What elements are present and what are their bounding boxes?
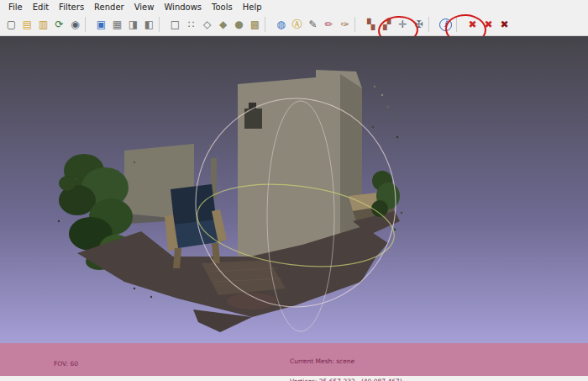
new-project-icon[interactable]: ▢ bbox=[4, 17, 18, 32]
measure-tool-icon[interactable]: ✎ bbox=[306, 17, 320, 32]
menu-item-help[interactable]: Help bbox=[238, 2, 267, 13]
delete-rasters-icon[interactable]: ✖ bbox=[497, 17, 512, 32]
toolbar-separator bbox=[85, 17, 92, 32]
menu-item-edit[interactable]: Edit bbox=[28, 2, 54, 13]
align-tool-icon[interactable]: ✠ bbox=[412, 17, 426, 32]
3d-viewport[interactable] bbox=[0, 36, 588, 343]
toolbar-separator bbox=[428, 17, 435, 32]
save-project-icon[interactable]: ▥ bbox=[36, 17, 50, 32]
toolbar-icons: ▢▤▥⟳◉▣▦◨◧□∷◇◆●▩◍Ⓐ✎✏✑▚▞✛✠i✖✖✖ bbox=[3, 17, 512, 32]
paint-tool-icon[interactable]: ✏ bbox=[322, 17, 336, 32]
toolbar-separator bbox=[354, 17, 361, 32]
toolbar: ▢▤▥⟳◉▣▦◨◧□∷◇◆●▩◍Ⓐ✎✏✑▚▞✛✠i✖✖✖ bbox=[0, 13, 588, 36]
toolbar-separator bbox=[456, 17, 463, 32]
wireframe-render-mode-icon[interactable]: ◇ bbox=[200, 17, 214, 32]
status-left-block: FOV: 60 FPS: 0.9 IMMEDIATE_MODE_RENDERIN… bbox=[54, 347, 152, 381]
layer-info-icon[interactable]: i bbox=[439, 19, 452, 31]
toolbar-separator bbox=[159, 17, 165, 32]
menu-item-filters[interactable]: Filters bbox=[54, 2, 89, 13]
menu-item-render[interactable]: Render bbox=[89, 2, 129, 13]
show-rasters-icon[interactable]: ▦ bbox=[110, 17, 124, 32]
select-faces-icon[interactable]: ▞ bbox=[380, 17, 394, 32]
bbox-render-mode-icon[interactable]: □ bbox=[168, 17, 182, 32]
status-fov: FOV: 60 bbox=[54, 361, 152, 368]
letter-a-decoration-icon[interactable]: Ⓐ bbox=[290, 17, 304, 32]
fill-tool-icon[interactable]: ✑ bbox=[338, 17, 352, 32]
texture-render-mode-icon[interactable]: ▩ bbox=[248, 17, 262, 32]
menu-bar: FileEditFiltersRenderViewWindowsToolsHel… bbox=[0, 0, 588, 13]
delete-current-mesh-icon[interactable]: ✖ bbox=[465, 17, 480, 32]
reload-mesh-icon[interactable]: ⟳ bbox=[52, 17, 66, 32]
unsplit-view-icon[interactable]: ◧ bbox=[142, 17, 156, 32]
menu-item-view[interactable]: View bbox=[129, 2, 160, 13]
toolbar-separator bbox=[265, 17, 271, 32]
select-vertices-icon[interactable]: ▚ bbox=[364, 17, 378, 32]
delete-all-meshes-icon[interactable]: ✖ bbox=[481, 17, 496, 32]
menu-item-windows[interactable]: Windows bbox=[159, 2, 207, 13]
globe-decoration-icon[interactable]: ◍ bbox=[274, 17, 288, 32]
status-right-block: Current Mesh: scene Vertices: 25,657,232… bbox=[290, 345, 402, 381]
menu-item-tools[interactable]: Tools bbox=[207, 2, 238, 13]
status-band: FOV: 60 FPS: 0.9 IMMEDIATE_MODE_RENDERIN… bbox=[0, 343, 588, 376]
scene-render bbox=[0, 36, 588, 343]
menu-item-file[interactable]: File bbox=[3, 2, 28, 13]
flat-render-mode-icon[interactable]: ◆ bbox=[216, 17, 230, 32]
open-project-icon[interactable]: ▤ bbox=[20, 17, 34, 32]
smooth-render-mode-icon[interactable]: ● bbox=[232, 17, 246, 32]
manipulator-tool-icon[interactable]: ✛ bbox=[396, 17, 410, 32]
split-view-icon[interactable]: ◨ bbox=[126, 17, 140, 32]
floor-mesh bbox=[77, 226, 388, 332]
status-current-mesh: Current Mesh: scene bbox=[290, 358, 402, 365]
save-snapshot-icon[interactable]: ◉ bbox=[68, 17, 82, 32]
show-layers-icon[interactable]: ▣ bbox=[94, 17, 108, 32]
points-render-mode-icon[interactable]: ∷ bbox=[184, 17, 198, 32]
